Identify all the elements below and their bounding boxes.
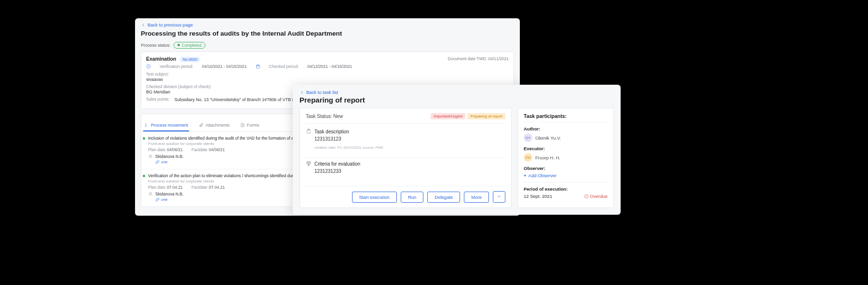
observer-label: Observer:: [524, 166, 608, 171]
plan-date-value: 07.04.21: [167, 185, 183, 190]
fact-date-label: Factdate: [191, 185, 207, 190]
criteria-value: 1231231233: [314, 168, 505, 174]
verification-value: 04/10/2021 - 04/15/2021: [202, 64, 247, 69]
link-icon: [155, 160, 160, 164]
process-status-label: Process status:: [141, 43, 171, 48]
process-user-name: Skidanova N.B.: [155, 192, 184, 196]
clipboard-icon: [306, 129, 312, 134]
plan-date-value: 04/06/21: [167, 147, 183, 152]
period-value: 12 Sept. 2021: [524, 194, 552, 199]
avatar: FH: [524, 153, 532, 162]
criteria-header: Criteria for evaluation: [306, 161, 505, 167]
svg-point-3: [149, 155, 151, 156]
more-dropdown-button[interactable]: [493, 191, 505, 203]
clock-icon: [584, 194, 589, 199]
process-tag: one: [155, 197, 167, 202]
link-icon: [155, 197, 160, 202]
executor-participant: FH Froorp H. H.: [524, 153, 608, 162]
more-button[interactable]: More: [464, 192, 489, 203]
sales-points-label: Sales points:: [146, 97, 170, 102]
fact-date-label: Factdate: [191, 147, 207, 152]
process-status-row: Process status: Completed: [141, 42, 514, 49]
chevron-down-icon: [497, 194, 502, 199]
tab-attachments[interactable]: Attachments: [198, 120, 231, 131]
page-title: Processing the results of audits by the …: [141, 30, 514, 37]
verification-label: Verification period:: [160, 64, 193, 69]
back-link-text: Back to task list: [306, 90, 338, 95]
task-status-value: New: [333, 114, 343, 119]
arrow-left-icon: [299, 90, 304, 95]
clock-icon: [146, 64, 151, 69]
back-to-task-list-link[interactable]: Back to task list: [299, 90, 614, 95]
tab-process-movement[interactable]: Process movement: [143, 120, 189, 131]
run-button[interactable]: Run: [401, 192, 423, 203]
author-label: Author:: [524, 126, 608, 131]
executor-label: Executor:: [524, 146, 608, 151]
tab-forms-label: Forms: [247, 123, 259, 128]
flag-urgent: Important/Urgent: [431, 113, 465, 119]
svg-rect-2: [241, 123, 244, 127]
avatar: OY: [524, 133, 532, 142]
back-link-text: Back to previous page: [148, 22, 193, 27]
plan-date-label: Plan date: [148, 185, 165, 190]
status-dot-icon: [177, 44, 180, 46]
process-tag-text: one: [161, 160, 167, 164]
tab-attachments-label: Attachments: [205, 123, 230, 128]
document-date: Document date TWD: 04/11/2021: [448, 56, 509, 61]
divider: [306, 157, 505, 158]
task-description-label: Task description: [314, 129, 349, 134]
task-status-label: Task Status:: [306, 114, 332, 119]
task-description-header: Task description: [306, 129, 505, 134]
test-subject-value: sivaavav: [146, 77, 509, 82]
criteria-label: Criteria for evaluation: [314, 161, 360, 167]
task-participants-card: Task participants: Author: OY Oleinik Yu…: [517, 108, 614, 208]
calendar-icon: [256, 64, 260, 69]
examination-number: No.0020: [180, 57, 200, 62]
status-pill: Completed: [174, 42, 205, 49]
test-subject-label: Test subject:: [146, 72, 509, 77]
plan-date-label: Plan date: [148, 147, 165, 152]
paperclip-icon: [199, 123, 203, 128]
back-to-previous-link[interactable]: Back to previous page: [141, 22, 193, 27]
task-title: Preparing of report: [299, 96, 614, 104]
flow-icon: [144, 123, 149, 128]
diamond-icon: [306, 161, 312, 167]
preparing-report-panel: Back to task list Preparing of report Ta…: [293, 85, 621, 215]
participants-title: Task participants:: [524, 113, 608, 122]
plus-icon: +: [524, 173, 527, 178]
svg-point-4: [149, 192, 151, 194]
overdue-badge: Overdue: [584, 194, 608, 199]
flag-preparing: Preparing of report: [467, 113, 505, 119]
svg-rect-1: [256, 65, 259, 68]
arrow-left-icon: [141, 23, 146, 27]
task-main-card: Task Status: New Important/Urgent Prepar…: [299, 108, 512, 208]
examination-title: Examination: [146, 56, 176, 62]
add-observer-button[interactable]: + Add Observer: [524, 173, 556, 178]
task-description-value: 1231313123: [314, 136, 505, 142]
start-execution-button[interactable]: Start execution: [352, 192, 397, 203]
executor-name: Froorp H. H.: [535, 155, 560, 160]
process-tag-text: one: [161, 197, 167, 202]
checked-period-label: Checked period:: [269, 64, 299, 69]
fact-date-value: 07.04.21: [209, 185, 225, 190]
process-tag: one: [155, 160, 167, 164]
author-name: Oleinik Yu.V.: [535, 135, 561, 141]
user-icon: [148, 192, 153, 196]
author-participant: OY Oleinik Yu.V.: [524, 133, 608, 142]
delegate-button[interactable]: Delegate: [427, 192, 460, 203]
task-actions: Start execution Run Delegate More: [306, 186, 505, 203]
process-user-name: Skidanova N.B.: [155, 154, 184, 159]
task-description-meta: creation date: Fri, 04/10/2021 source: P…: [314, 145, 505, 150]
add-observer-text: Add Observer: [529, 173, 557, 178]
tab-forms[interactable]: Forms: [239, 120, 260, 131]
checked-period-value: 04/12/2021 - 04/15/2021: [307, 64, 352, 69]
form-icon: [240, 123, 245, 128]
status-value: Completed: [182, 43, 202, 48]
period-label: Period of execution:: [524, 186, 608, 192]
user-icon: [148, 154, 153, 159]
fact-date-value: 04/06/21: [209, 147, 225, 152]
overdue-text: Overdue: [590, 194, 608, 199]
tab-process-label: Process movement: [151, 123, 188, 128]
